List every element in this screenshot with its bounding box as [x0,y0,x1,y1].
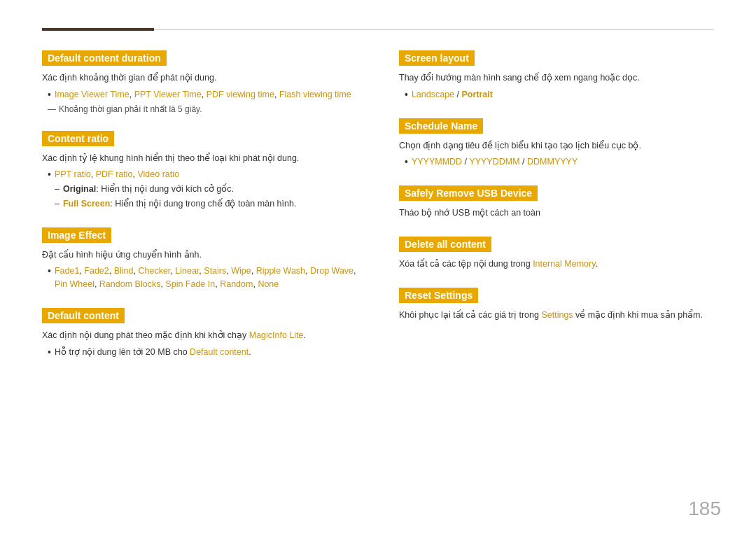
desc-default-content-duration: Xác định khoảng thời gian để phát nội du… [42,71,357,85]
section-image-effect: Image Effect Đặt cấu hình hiệu ứng chuyể… [42,227,357,291]
title-content-ratio: Content ratio [42,131,114,146]
ddmmyyyy-link: DDMMYYYY [527,157,578,167]
fullscreen-label: Full Screen [63,199,110,209]
desc-safely-remove-usb: Tháo bộ nhớ USB một cách an toàn [399,206,714,220]
top-border [42,28,714,31]
bullet-date-formats: • YYYYMMDD / YYYYDDMM / DDMMYYYY [405,155,714,169]
bullet-dot: • [405,155,408,168]
internal-memory-link: Internal Memory [533,259,595,269]
magicinfo-lite-link: MagicInfo Lite [249,330,304,340]
bullet-landscape-portrait: • Landscape / Portrait [405,88,714,101]
bullet-effects: • Fade1, Fade2, Blind, Checker, Linear, … [48,265,357,291]
title-delete-all-content: Delete all content [399,237,491,252]
image-viewer-time-link: Image Viewer Time [55,90,130,99]
title-image-effect: Image Effect [42,227,111,243]
flash-viewing-time-link: Flash viewing time [279,90,351,99]
yyyymmdd-link: YYYYMMDD [412,157,462,167]
bullet-dot: • [48,346,51,358]
effects-text: Fade1, Fade2, Blind, Checker, Linear, St… [55,265,357,291]
section-schedule-name: Schedule Name Chọn định dạng tiêu đề lịc… [399,118,714,169]
bullet-dot: • [48,168,51,181]
ratio-types-text: PPT ratio, PDF ratio, Video ratio [55,168,179,181]
section-content-ratio: Content ratio Xác định tỷ lệ khung hình … [42,131,357,211]
title-screen-layout: Screen layout [399,50,475,66]
pdf-ratio-link: PDF ratio [96,169,133,179]
top-border-thin [154,29,714,30]
desc-schedule-name: Chọn định dạng tiêu đề lịch biểu khi tạo… [399,139,714,153]
default-content-link: Default content [190,347,248,357]
section-reset-settings: Reset Settings Khôi phục lại tất cả các … [399,288,714,322]
page-container: Default content duration Xác định khoảng… [0,0,756,417]
section-delete-all-content: Delete all content Xóa tất cả các tệp nộ… [399,237,714,271]
bullet-dot: • [48,88,51,101]
bullet-ratio-types: • PPT ratio, PDF ratio, Video ratio [48,168,357,181]
title-reset-settings: Reset Settings [399,288,478,303]
sub-bullet-fullscreen: Full Screen: Hiển thị nội dung trong chế… [55,197,357,211]
title-schedule-name: Schedule Name [399,118,483,134]
landscape-portrait-text: Landscape / Portrait [412,88,493,101]
title-safely-remove-usb: Safely Remove USB Device [399,185,538,201]
pdf-viewing-time-link: PDF viewing time [206,90,274,99]
title-default-content: Default content [42,308,125,323]
section-safely-remove-usb: Safely Remove USB Device Tháo bộ nhớ USB… [399,185,714,220]
yyyyddmm-link: YYYYDDMM [469,157,519,167]
date-formats-text: YYYYMMDD / YYYYDDMM / DDMMYYYY [412,155,578,169]
left-column: Default content duration Xác định khoảng… [42,50,357,375]
sub-bullet-original: Original: Hiển thị nội dung với kích cở … [55,183,357,196]
section-screen-layout: Screen layout Thay đổi hướng màn hình sa… [399,50,714,101]
top-border-thick [42,28,154,31]
ppt-viewer-time-link: PPT Viewer Time [134,90,202,99]
section-default-content: Default content Xác định nội dung phát t… [42,308,357,359]
desc-delete-all-content: Xóa tất cả các tệp nội dung trong Intern… [399,258,714,271]
bullet-viewer-times: • Image Viewer Time, PPT Viewer Time, PD… [48,88,357,101]
desc-screen-layout: Thay đổi hướng màn hình sang chế độ xem … [399,71,714,85]
ppt-ratio-link: PPT ratio [55,169,91,179]
landscape-link: Landscape [412,90,454,99]
desc-default-content: Xác định nội dung phát theo mặc định khi… [42,329,357,342]
settings-link: Settings [541,310,573,320]
title-default-content-duration: Default content duration [42,50,167,66]
two-col-layout: Default content duration Xác định khoảng… [42,50,714,375]
default-content-size-text: Hỗ trợ nội dung lên tới 20 MB cho Defaul… [55,346,251,359]
viewer-times-text: Image Viewer Time, PPT Viewer Time, PDF … [55,88,351,101]
page-number: 185 [688,498,721,520]
original-label: Original [63,184,96,194]
portrait-link: Portrait [462,90,493,99]
note-min-5s: Khoảng thời gian phải ít nhất là 5 giây. [48,104,357,114]
desc-reset-settings: Khôi phục lại tất cả các giá trị trong S… [399,309,714,322]
right-column: Screen layout Thay đổi hướng màn hình sa… [399,50,714,375]
section-default-content-duration: Default content duration Xác định khoảng… [42,50,357,114]
bullet-default-content-size: • Hỗ trợ nội dung lên tới 20 MB cho Defa… [48,346,357,359]
desc-image-effect: Đặt cấu hình hiệu ứng chuyển hình ảnh. [42,248,357,262]
video-ratio-link: Video ratio [137,169,179,179]
desc-content-ratio: Xác định tỷ lệ khung hình hiển thị theo … [42,152,357,165]
bullet-dot: • [405,88,408,101]
bullet-dot: • [48,265,51,277]
